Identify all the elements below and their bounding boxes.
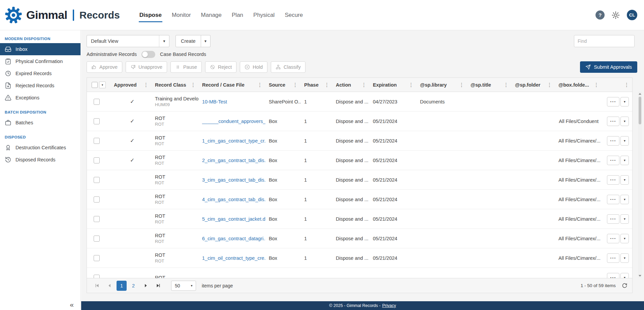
table-row[interactable]: ROT ROT 4_cim_gas_contract_tab_dis... Bo… [87,190,632,209]
sidebar-item-inbox[interactable]: Inbox [0,43,80,55]
view-select[interactable]: Default View ▾ [87,35,169,47]
table-row[interactable]: ROT ROT 6_cim_gas_contract_datagri... Bo… [87,229,632,248]
nav-secure[interactable]: Secure [284,10,303,20]
select-dropdown-button[interactable]: ▾ [99,82,106,88]
first-page-button[interactable] [92,281,102,291]
settings-button[interactable] [611,11,620,20]
find-input[interactable] [574,35,635,47]
row-more-button[interactable]: ··· [607,136,619,146]
page-2-button[interactable]: 2 [128,281,138,291]
row-dropdown-button[interactable]: ▾ [620,234,629,243]
table-row[interactable]: ✓ ROT ROT 1_cim_gas_contract_type_cr... … [87,131,632,151]
sidebar-item-destruction-certificates[interactable]: Destruction Certificates [0,142,80,154]
scroll-down-arrow[interactable] [638,274,642,278]
help-icon[interactable]: ? [595,10,605,20]
page-size-select[interactable]: 50 ▾ [171,281,196,291]
record-link[interactable]: 1_cim_gas_contract_type_cr... [202,138,265,144]
scroll-up-arrow[interactable] [638,92,642,96]
submit-approvals-button[interactable]: Submit Approvals [580,61,637,73]
nav-monitor[interactable]: Monitor [171,10,192,20]
column-menu-icon[interactable]: ⋮ [292,82,299,88]
row-more-button[interactable]: ··· [607,234,619,243]
sidebar-collapse-button[interactable]: « [70,301,74,309]
row-more-button[interactable]: ··· [607,97,619,106]
chevron-down-icon[interactable]: ▾ [159,35,169,47]
vertical-scrollbar[interactable] [638,92,642,278]
record-link[interactable]: 1_cim_oil_contract_type_cre... [202,255,265,261]
sidebar-item-disposed-records[interactable]: Disposed Records [0,154,80,166]
row-dropdown-button[interactable]: ▾ [620,97,629,106]
sidebar-item-batches[interactable]: Batches [0,117,80,129]
create-button[interactable]: Create [175,35,201,47]
row-checkbox[interactable] [94,236,100,242]
row-checkbox[interactable] [94,118,100,124]
avatar[interactable]: CL [627,10,637,20]
record-link[interactable]: ______conduent_approvers_... [202,119,265,124]
record-type-toggle[interactable] [141,51,155,58]
classify-button[interactable]: Classify [271,61,305,73]
select-all-checkbox[interactable] [92,82,98,88]
last-page-button[interactable] [153,281,163,291]
sidebar-item-exceptions[interactable]: Exceptions [0,92,80,104]
row-dropdown-button[interactable]: ▾ [620,273,629,278]
column-menu-icon[interactable]: ⋮ [546,82,553,88]
row-more-button[interactable]: ··· [607,175,619,185]
row-dropdown-button[interactable]: ▾ [620,117,629,126]
row-dropdown-button[interactable]: ▾ [620,156,629,165]
record-link[interactable]: 10-MB-Test [202,99,227,104]
column-menu-icon[interactable]: ⋮ [458,82,465,88]
sidebar-item-rejected-records[interactable]: Rejected Records [0,80,80,92]
row-checkbox[interactable] [94,196,100,203]
nav-manage[interactable]: Manage [200,10,222,20]
table-row[interactable]: ✓ ROT ROT 2_cim_gas_contract_tab_dis... … [87,151,632,170]
privacy-link[interactable]: Privacy [382,303,396,308]
row-more-button[interactable]: ··· [607,214,619,224]
next-page-button[interactable] [140,281,151,291]
column-menu-icon[interactable]: ⋮ [623,82,630,88]
table-row[interactable]: ROT ROT 5_cim_gas_contract_jacket.dql Bo… [87,209,632,229]
column-menu-icon[interactable]: ⋮ [503,82,510,88]
pause-button[interactable]: Pause [170,61,202,73]
create-dropdown-button[interactable]: ▾ [201,35,211,47]
scrollbar-thumb[interactable] [639,97,641,124]
nav-physical[interactable]: Physical [253,10,275,20]
prev-page-button[interactable] [104,281,115,291]
row-dropdown-button[interactable]: ▾ [620,195,629,204]
sidebar-item-physical-confirmation[interactable]: Physical Confirmation [0,55,80,67]
row-checkbox[interactable] [94,138,100,144]
column-menu-icon[interactable]: ⋮ [323,82,330,88]
unapprove-button[interactable]: Unapprove [126,61,167,73]
hold-button[interactable]: Hold [240,61,267,73]
sidebar-item-expired-records[interactable]: Expired Records [0,67,80,80]
table-row[interactable]: ✓ Training and Develop HUM09 10-MB-Test … [87,92,632,112]
page-1-button[interactable]: 1 [117,281,127,291]
column-menu-icon[interactable]: ⋮ [256,82,263,88]
row-more-button[interactable]: ··· [607,117,619,126]
row-more-button[interactable]: ··· [607,253,619,263]
table-row[interactable]: ✓ ROT ROT ______conduent_approvers_... B… [87,112,632,131]
row-checkbox[interactable] [94,216,100,222]
row-dropdown-button[interactable]: ▾ [620,214,629,224]
nav-dispose[interactable]: Dispose [139,10,162,20]
record-link[interactable]: 6_cim_gas_contract_datagri... [202,236,265,241]
row-checkbox[interactable] [94,275,100,278]
table-row[interactable]: ROT ROT 3_cim_gas_contract_tab_dis... Bo… [87,170,632,190]
row-checkbox[interactable] [94,255,100,261]
row-checkbox[interactable] [94,99,100,105]
row-dropdown-button[interactable]: ▾ [620,175,629,185]
row-more-button[interactable]: ··· [607,156,619,165]
column-menu-icon[interactable]: ⋮ [360,82,367,88]
row-dropdown-button[interactable]: ▾ [620,253,629,263]
table-row[interactable]: ROT ROT 1_cim_oil_contract_type_cre... B… [87,248,632,268]
record-link[interactable]: 2_cim_gas_contract_tab_dis... [202,158,265,163]
reject-button[interactable]: Reject [205,61,236,73]
record-link[interactable]: 5_cim_gas_contract_jacket.dql [202,216,265,222]
brand-logo[interactable]: Gimmal Records [0,6,120,24]
approve-button[interactable]: Approve [87,61,122,73]
column-menu-icon[interactable]: ⋮ [593,82,600,88]
column-menu-icon[interactable]: ⋮ [408,82,415,88]
row-checkbox[interactable] [94,177,100,183]
record-link[interactable]: 4_cim_gas_contract_tab_dis... [202,197,265,202]
table-row[interactable]: ROT ··· ▾ [87,268,632,278]
row-dropdown-button[interactable]: ▾ [620,136,629,146]
